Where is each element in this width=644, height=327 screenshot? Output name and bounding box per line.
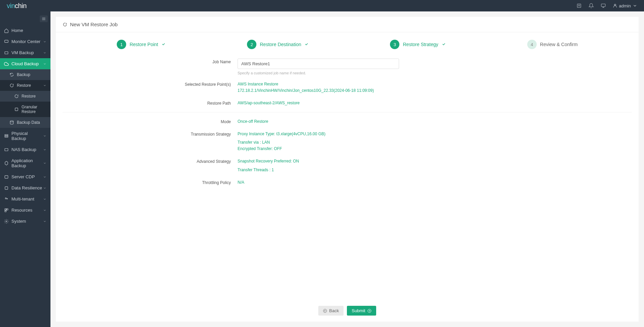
step-number: 1 xyxy=(117,40,126,49)
value-restore-points-2: 172.18.2.1/VinchinHW/Vinchin/Jon_centos1… xyxy=(238,87,632,94)
chevron-down-icon xyxy=(43,161,46,165)
sidebar-sub2-granular-restore[interactable]: Granular Restore xyxy=(0,102,50,117)
arrow-right-icon xyxy=(367,309,371,313)
form-area: Job Name Specify a customized job name i… xyxy=(56,59,639,300)
sidebar: Home Monitor Center VM Backup Cloud Back… xyxy=(0,11,50,327)
step-restore-strategy[interactable]: 3 Restore Strategy xyxy=(390,40,445,49)
sidebar-item-server-cdp[interactable]: Server CDP xyxy=(0,171,50,182)
panel: New VM Restore Job 1 Restore Point 2 Res… xyxy=(56,17,639,322)
app-icon xyxy=(4,161,9,166)
svg-point-6 xyxy=(614,4,616,6)
chevron-down-icon xyxy=(43,209,46,212)
vm-icon xyxy=(4,50,9,55)
label-restore-points: Selected Restore Point(s) xyxy=(63,81,238,87)
sidebar-sub-backup-data[interactable]: Backup Data xyxy=(0,117,50,128)
sidebar-item-label: Application Backup xyxy=(11,158,43,168)
sidebar-item-application-backup[interactable]: Application Backup xyxy=(0,155,50,171)
sidebar-item-label: Restore xyxy=(17,83,31,88)
svg-rect-11 xyxy=(5,51,8,54)
check-icon xyxy=(305,42,309,47)
label-restore-path: Restore Path xyxy=(63,100,238,106)
sidebar-item-label: Resources xyxy=(11,208,32,213)
value-transmission-1: Proxy Instance Type: t3.xlarge(4vCPU,16.… xyxy=(238,131,632,137)
home-icon xyxy=(4,28,9,33)
sidebar-item-home[interactable]: Home xyxy=(0,25,50,36)
sidebar-item-cloud-backup[interactable]: Cloud Backup xyxy=(0,58,50,69)
user-name: admin xyxy=(619,3,631,8)
sidebar-item-data-resilience[interactable]: Data Resilience xyxy=(0,182,50,193)
step-restore-destination[interactable]: 2 Restore Destination xyxy=(247,40,309,49)
svg-rect-24 xyxy=(5,210,6,212)
sidebar-item-monitor-center[interactable]: Monitor Center xyxy=(0,36,50,47)
svg-rect-19 xyxy=(5,186,8,189)
topbar-right: admin xyxy=(576,3,637,8)
resilience-icon xyxy=(4,186,9,190)
sidebar-item-label: Backup Data xyxy=(17,120,40,125)
server-icon xyxy=(4,134,9,138)
monitor-center-icon xyxy=(4,39,9,44)
svg-rect-12 xyxy=(15,108,18,111)
row-mode: Mode Once-off Restore xyxy=(63,118,632,125)
chevron-down-icon xyxy=(43,197,46,201)
sidebar-item-label: Server CDP xyxy=(11,174,35,179)
chevron-down-icon xyxy=(43,40,46,43)
sidebar-item-label: Monitor Center xyxy=(11,39,40,44)
user-menu[interactable]: admin xyxy=(613,3,637,8)
svg-rect-10 xyxy=(5,40,8,42)
row-restore-points: Selected Restore Point(s) AWS Instance R… xyxy=(63,81,632,94)
sidebar-sub-backup[interactable]: Backup xyxy=(0,69,50,80)
step-number: 2 xyxy=(247,40,256,49)
monitor-icon[interactable] xyxy=(601,3,606,8)
chevron-down-icon xyxy=(43,175,46,179)
chevron-down-icon xyxy=(633,3,637,8)
arrow-left-icon xyxy=(323,309,327,313)
row-restore-path: Restore Path AWS/ap-southeast-2/AWS_rest… xyxy=(63,100,632,112)
submit-label: Submit xyxy=(352,308,365,313)
label-advanced: Advanced Strategy xyxy=(63,158,238,164)
step-label: Restore Point xyxy=(130,42,158,47)
top-bar: vinchin admin xyxy=(0,0,644,11)
sidebar-item-label: Multi-tenant xyxy=(11,196,34,202)
sidebar-item-multi-tenant[interactable]: Multi-tenant xyxy=(0,193,50,205)
database-icon xyxy=(9,120,14,125)
step-label: Restore Strategy xyxy=(403,42,438,47)
sidebar-item-system[interactable]: System xyxy=(0,216,50,227)
job-name-input[interactable] xyxy=(238,59,399,69)
sidebar-toggle[interactable] xyxy=(40,15,48,22)
sidebar-item-physical-backup[interactable]: Physical Backup xyxy=(0,128,50,144)
submit-button[interactable]: Submit xyxy=(347,306,376,316)
notes-icon[interactable] xyxy=(576,3,582,8)
sidebar-sub-restore[interactable]: Restore xyxy=(0,80,50,91)
restore-icon xyxy=(14,94,19,99)
back-label: Back xyxy=(329,308,339,313)
page-title: New VM Restore Job xyxy=(70,22,118,27)
value-throttling: N/A xyxy=(238,179,632,186)
logo-accent: vin xyxy=(7,2,15,9)
svg-point-25 xyxy=(6,221,7,222)
step-review-confirm[interactable]: 4 Review & Confirm xyxy=(527,40,578,49)
label-mode: Mode xyxy=(63,118,238,124)
sidebar-item-label: Home xyxy=(11,28,23,33)
sidebar-item-nas-backup[interactable]: NAS Backup xyxy=(0,144,50,155)
bell-icon[interactable] xyxy=(588,3,594,8)
sidebar-item-label: Granular Restore xyxy=(22,105,46,114)
label-transmission: Transmission Strategy xyxy=(63,131,238,137)
chevron-down-icon xyxy=(43,84,46,87)
sidebar-item-resources[interactable]: Resources xyxy=(0,205,50,216)
chevron-down-icon xyxy=(43,51,46,54)
sidebar-sub2-restore[interactable]: Restore xyxy=(0,91,50,102)
back-button[interactable]: Back xyxy=(318,306,344,316)
sidebar-item-vm-backup[interactable]: VM Backup xyxy=(0,47,50,58)
step-restore-point[interactable]: 1 Restore Point xyxy=(117,40,166,49)
tenant-icon xyxy=(4,197,9,202)
value-advanced-2: Transfer Threads : 1 xyxy=(238,167,632,173)
refresh-icon xyxy=(9,72,14,77)
check-icon xyxy=(162,42,166,47)
svg-rect-18 xyxy=(5,175,8,178)
resources-icon xyxy=(4,208,9,213)
step-label: Restore Destination xyxy=(260,42,301,47)
user-icon xyxy=(613,3,617,8)
svg-rect-23 xyxy=(7,209,8,210)
row-job-name: Job Name Specify a customized job name i… xyxy=(63,59,632,75)
value-transmission-2: Transfer via : LAN xyxy=(238,139,632,146)
